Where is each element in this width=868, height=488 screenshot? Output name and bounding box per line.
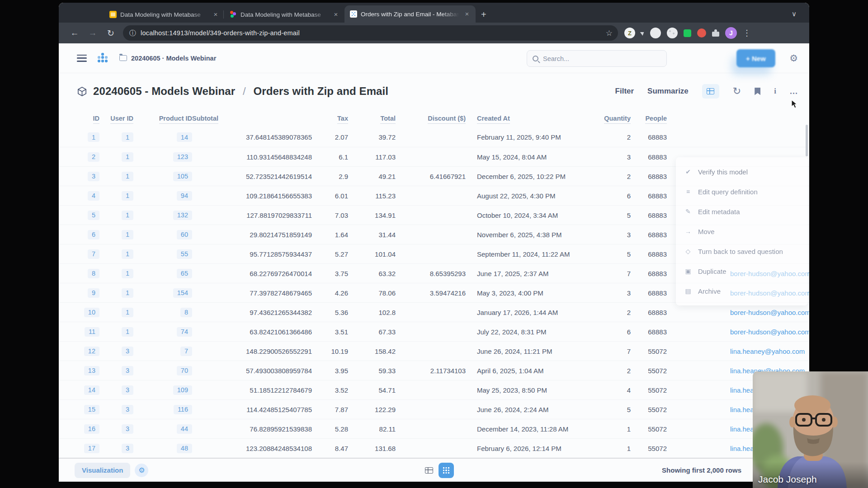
cell-tax[interactable]: 3.51 xyxy=(312,328,348,336)
reload-icon[interactable]: ↻ xyxy=(105,28,117,38)
cell-subtotal[interactable]: 52.723521442619514 xyxy=(192,173,312,180)
summarize-button[interactable]: Summarize xyxy=(647,87,689,96)
cell-user-id[interactable]: 1 xyxy=(99,191,133,201)
cell-quantity[interactable]: 2 xyxy=(583,309,631,316)
cell-quantity[interactable]: 5 xyxy=(583,250,631,258)
cell-created-at[interactable]: October 10, 2024, 3:34 AM xyxy=(466,211,583,219)
cell-id[interactable]: 4 xyxy=(72,191,99,201)
cell-subtotal[interactable]: 29.80214751859149 xyxy=(192,231,312,239)
cell-subtotal[interactable]: 148.22900526552291 xyxy=(192,347,312,355)
cell-user-id[interactable]: 1 xyxy=(99,249,133,259)
cell-product-id[interactable]: 48 xyxy=(133,444,192,453)
column-header-quantity[interactable]: Quantity xyxy=(583,115,631,122)
cell-quantity[interactable]: 2 xyxy=(583,367,631,375)
cell-people[interactable]: 68883 xyxy=(631,173,667,180)
cell-created-at[interactable]: May 25, 2023, 8:50 PM xyxy=(466,386,583,394)
cell-subtotal[interactable]: 76.82895921539838 xyxy=(192,425,312,433)
table-display-button[interactable] xyxy=(702,84,719,99)
cell-created-at[interactable]: September 11, 2024, 11:22 AM xyxy=(466,250,583,258)
cell-quantity[interactable]: 6 xyxy=(583,328,631,336)
cell-user-id[interactable]: 3 xyxy=(99,366,133,375)
cell-tax[interactable]: 2.9 xyxy=(312,173,348,180)
cell-created-at[interactable]: July 22, 2024, 8:31 PM xyxy=(466,328,583,336)
column-header-id[interactable]: ID xyxy=(72,115,99,122)
cell-product-id[interactable]: 14 xyxy=(133,132,192,142)
cell-product-id[interactable]: 123 xyxy=(133,152,192,162)
cell-quantity[interactable]: 7 xyxy=(583,270,631,277)
cell-total[interactable]: 122.29 xyxy=(348,406,396,413)
filter-button[interactable]: Filter xyxy=(615,87,634,96)
cell-created-at[interactable]: April 6, 2025, 1:04 AM xyxy=(466,367,583,375)
cell-id[interactable]: 14 xyxy=(72,385,99,395)
cell-total[interactable]: 134.91 xyxy=(348,211,396,219)
cell-product-id[interactable]: 60 xyxy=(133,230,192,239)
cell-people[interactable]: 55072 xyxy=(631,406,667,413)
cell-total[interactable]: 102.8 xyxy=(348,309,396,316)
cell-tax[interactable]: 3.52 xyxy=(312,386,348,394)
tab-close-icon[interactable]: × xyxy=(332,10,340,19)
column-header-subtotal[interactable]: Subtotal xyxy=(192,115,312,122)
cell-quantity[interactable]: 6 xyxy=(583,192,631,200)
cell-total[interactable]: 78.06 xyxy=(348,289,396,297)
cell-product-id[interactable]: 8 xyxy=(133,308,192,317)
cell-total[interactable]: 82.11 xyxy=(348,425,396,433)
cell-product-id[interactable]: 65 xyxy=(133,269,192,278)
refresh-icon[interactable]: ↻ xyxy=(733,85,741,97)
cell-subtotal[interactable]: 77.39782748679465 xyxy=(192,289,312,297)
menu-item-duplicate[interactable]: ▣Duplicate xyxy=(676,261,808,281)
new-tab-button[interactable]: + xyxy=(481,9,486,20)
cell-id[interactable]: 6 xyxy=(72,230,99,239)
cell-tax[interactable]: 7.87 xyxy=(312,406,348,413)
cell-id[interactable]: 10 xyxy=(72,308,99,317)
cell-total[interactable]: 63.32 xyxy=(348,270,396,277)
cell-id[interactable]: 11 xyxy=(72,327,99,337)
cell-tax[interactable]: 10.19 xyxy=(312,347,348,355)
column-header-user-id[interactable]: User ID xyxy=(99,115,133,122)
cell-user-id[interactable]: 1 xyxy=(99,269,133,278)
cell-quantity[interactable]: 5 xyxy=(583,211,631,219)
cell-created-at[interactable]: December 6, 2025, 10:22 PM xyxy=(466,173,583,180)
cell-total[interactable]: 59.33 xyxy=(348,367,396,375)
red-extension-icon[interactable] xyxy=(697,28,706,38)
cell-id[interactable]: 7 xyxy=(72,249,99,259)
metabase-logo-icon[interactable] xyxy=(97,52,108,64)
cell-quantity[interactable]: 3 xyxy=(583,231,631,239)
cell-subtotal[interactable]: 95.77128575934437 xyxy=(192,250,312,258)
cell-product-id[interactable]: 7 xyxy=(133,347,192,356)
cell-tax[interactable]: 1.64 xyxy=(312,231,348,239)
cell-quantity[interactable]: 4 xyxy=(583,386,631,394)
cell-id[interactable]: 15 xyxy=(72,405,99,414)
cell-id[interactable]: 2 xyxy=(72,152,99,162)
cell-people[interactable]: 68883 xyxy=(631,192,667,200)
cell-tax[interactable]: 6.01 xyxy=(312,192,348,200)
cell-created-at[interactable]: May 3, 2023, 4:00 PM xyxy=(466,289,583,297)
cell-people[interactable]: 68883 xyxy=(631,211,667,219)
cell-total[interactable]: 39.72 xyxy=(348,133,396,141)
cell-created-at[interactable]: June 26, 2024, 11:21 PM xyxy=(466,347,583,355)
cell-subtotal[interactable]: 63.82421061366486 xyxy=(192,328,312,336)
cell-product-id[interactable]: 132 xyxy=(133,211,192,220)
cell-id[interactable]: 12 xyxy=(72,347,99,356)
cell-total[interactable]: 67.33 xyxy=(348,328,396,336)
cell-people[interactable]: 55072 xyxy=(631,347,667,355)
cell-user-id[interactable]: 1 xyxy=(99,288,133,298)
cell-subtotal[interactable]: 97.43621265344382 xyxy=(192,309,312,316)
cell-user-id[interactable]: 3 xyxy=(99,347,133,356)
cell-product-id[interactable]: 44 xyxy=(133,424,192,434)
cell-total[interactable]: 158.42 xyxy=(348,347,396,355)
back-icon[interactable]: ← xyxy=(69,28,80,38)
column-header-discount-[interactable]: Discount ($) xyxy=(396,115,466,122)
cell-total[interactable]: 54.71 xyxy=(348,386,396,394)
cell-subtotal[interactable]: 51.18512212784679 xyxy=(192,386,312,394)
grid-view-toggle-button[interactable] xyxy=(439,463,454,478)
search-box[interactable] xyxy=(527,50,667,67)
cell-product-id[interactable]: 94 xyxy=(133,191,192,201)
cell-tax[interactable]: 4.26 xyxy=(312,289,348,297)
cell-created-at[interactable]: February 6, 2026, 12:14 PM xyxy=(466,445,583,452)
cell-tax[interactable]: 3.75 xyxy=(312,270,348,277)
cell-subtotal[interactable]: 110.93145648834248 xyxy=(192,153,312,161)
cell-user-id[interactable]: 3 xyxy=(99,424,133,434)
cell-quantity[interactable]: 3 xyxy=(583,153,631,161)
cell-id[interactable]: 17 xyxy=(72,444,99,453)
tab-close-icon[interactable]: × xyxy=(212,10,220,19)
